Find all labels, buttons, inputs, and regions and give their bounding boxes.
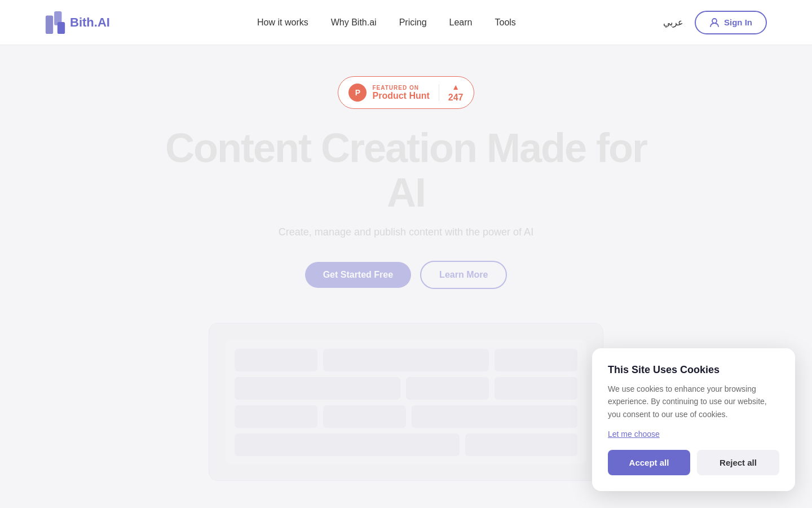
product-hunt-featured-label: FEATURED ON bbox=[372, 85, 429, 91]
nav-how-it-works[interactable]: How it works bbox=[257, 17, 308, 28]
accept-all-button[interactable]: Accept all bbox=[608, 450, 690, 475]
dash-block-4 bbox=[235, 377, 400, 400]
hero-cta-group: Get Started Free Learn More bbox=[305, 261, 508, 289]
product-hunt-text-group: FEATURED ON Product Hunt bbox=[372, 85, 429, 101]
nav-why-bith[interactable]: Why Bith.ai bbox=[331, 17, 377, 28]
product-hunt-logo: P bbox=[348, 84, 367, 102]
dash-block-8 bbox=[323, 405, 406, 428]
svg-rect-2 bbox=[58, 22, 65, 34]
dash-block-1 bbox=[235, 349, 317, 371]
cookie-description: We use cookies to enhance your browsing … bbox=[608, 383, 779, 421]
nav-pricing[interactable]: Pricing bbox=[399, 17, 427, 28]
dash-block-9 bbox=[412, 405, 577, 428]
logo-icon bbox=[45, 11, 65, 34]
dash-block-5 bbox=[406, 377, 489, 400]
hero-subtext: Create, manage and publish content with … bbox=[279, 224, 533, 240]
product-hunt-votes: ▲ 247 bbox=[448, 82, 464, 103]
logo-text: Bith.AI bbox=[70, 15, 110, 30]
nav-learn[interactable]: Learn bbox=[449, 17, 473, 28]
hero-heading: Content Creation Made for AI bbox=[152, 126, 660, 215]
product-hunt-name: Product Hunt bbox=[372, 91, 429, 101]
dash-row-1 bbox=[235, 349, 577, 371]
dash-row-2 bbox=[235, 377, 577, 400]
reject-all-button[interactable]: Reject all bbox=[697, 450, 779, 475]
user-icon bbox=[709, 17, 720, 28]
cookie-banner: This Site Uses Cookies We use cookies to… bbox=[592, 348, 795, 491]
vote-count: 247 bbox=[448, 93, 464, 103]
svg-point-3 bbox=[712, 19, 717, 23]
dash-row-3 bbox=[235, 405, 577, 428]
sign-in-button[interactable]: Sign In bbox=[695, 11, 767, 34]
navbar-right: عربي Sign In bbox=[663, 11, 767, 34]
dashboard-preview bbox=[152, 312, 660, 492]
product-hunt-badge[interactable]: P FEATURED ON Product Hunt ▲ 247 bbox=[338, 76, 474, 109]
cta-primary-button[interactable]: Get Started Free bbox=[305, 262, 411, 288]
svg-rect-0 bbox=[46, 15, 53, 33]
nav-links: How it works Why Bith.ai Pricing Learn T… bbox=[257, 17, 516, 28]
dash-block-3 bbox=[495, 349, 577, 371]
nav-tools[interactable]: Tools bbox=[495, 17, 515, 28]
upvote-arrow-icon: ▲ bbox=[452, 82, 460, 91]
dashboard-mockup bbox=[209, 323, 603, 481]
dash-block-10 bbox=[235, 433, 460, 456]
dash-row-4 bbox=[235, 433, 577, 456]
cta-secondary-button[interactable]: Learn More bbox=[420, 261, 507, 289]
product-hunt-divider bbox=[439, 84, 439, 101]
dash-block-7 bbox=[235, 405, 317, 428]
language-arabic[interactable]: عربي bbox=[663, 17, 683, 28]
dash-block-6 bbox=[495, 377, 577, 400]
dashboard-inner bbox=[226, 340, 586, 464]
cookie-let-me-choose-link[interactable]: Let me choose bbox=[608, 430, 779, 439]
dash-block-2 bbox=[323, 349, 489, 371]
dash-block-11 bbox=[465, 433, 577, 456]
navbar: Bith.AI How it works Why Bith.ai Pricing… bbox=[0, 0, 812, 45]
cookie-buttons: Accept all Reject all bbox=[608, 450, 779, 475]
logo[interactable]: Bith.AI bbox=[45, 11, 110, 34]
cookie-title: This Site Uses Cookies bbox=[608, 364, 779, 376]
